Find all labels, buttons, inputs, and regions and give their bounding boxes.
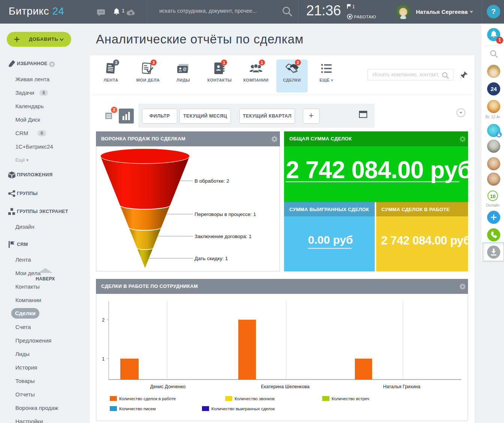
- svg-text:@: @: [183, 67, 187, 71]
- svg-text:Количество выигранных сделок: Количество выигранных сделок: [211, 407, 275, 411]
- svg-text:Количество сделок в работе: Количество сделок в работе: [119, 396, 176, 401]
- svg-text:1: 1: [102, 356, 105, 362]
- svg-text:Переговоры в процессе: 1: Переговоры в процессе: 1: [194, 212, 256, 217]
- svg-text:Денис Донченко: Денис Донченко: [150, 384, 185, 389]
- svg-text:Екатерина Шеленкова: Екатерина Шеленкова: [261, 384, 310, 389]
- svg-text:Дать скидку: 1: Дать скидку: 1: [194, 256, 228, 261]
- svg-text:Количество писем: Количество писем: [119, 407, 156, 411]
- svg-text:2: 2: [102, 317, 105, 323]
- svg-text:Наталья Грихина: Наталья Грихина: [383, 384, 420, 389]
- svg-text:Заключение договора: 1: Заключение договора: 1: [194, 234, 251, 239]
- svg-text:Количество встреч: Количество встреч: [332, 396, 369, 401]
- svg-text:В обработке: 2: В обработке: 2: [194, 178, 229, 184]
- svg-text:Количество звонков: Количество звонков: [235, 396, 275, 401]
